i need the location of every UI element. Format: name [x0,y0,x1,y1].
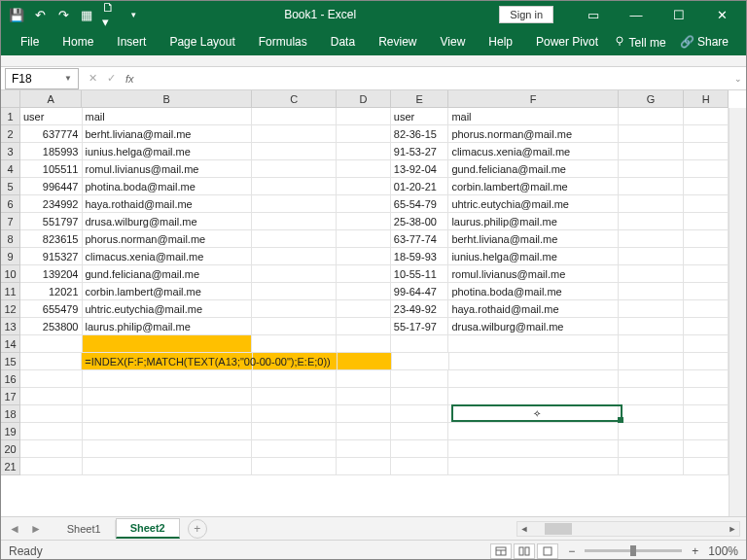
cell[interactable] [619,248,684,265]
cell[interactable]: uhtric.eutychia@mail.me [448,195,619,213]
tab-power-pivot[interactable]: Power Pivot [524,28,610,55]
sheet-tab-2[interactable]: Sheet2 [116,518,180,539]
zoom-in-button[interactable]: + [692,544,698,558]
cell[interactable]: user [20,108,83,125]
cell[interactable] [252,405,337,423]
cell[interactable]: 655479 [20,300,83,318]
cell[interactable] [252,300,337,318]
col-header-C[interactable]: C [252,90,337,108]
cell[interactable] [337,195,391,213]
cell[interactable] [684,125,729,143]
cell[interactable] [684,178,729,195]
cell[interactable] [337,143,391,160]
cell[interactable]: =INDEX(F:F;MATCH(TEXT(A13;"00-00-00");E:… [82,353,253,370]
qat-icon-2[interactable]: 🗋▾ [102,7,118,22]
cell[interactable] [337,160,391,178]
cell[interactable] [684,440,729,458]
cell[interactable]: 234992 [20,195,83,213]
name-box[interactable]: F18 ▼ [5,68,79,89]
sign-in-button[interactable]: Sign in [499,6,553,23]
enter-formula-icon[interactable]: ✓ [107,72,116,85]
cell[interactable] [20,335,83,353]
save-icon[interactable]: 💾 [9,7,24,22]
cell[interactable] [684,265,729,283]
fx-icon[interactable]: fx [125,73,134,85]
column-headers[interactable]: ABCDEFGH [20,90,729,108]
cell[interactable] [252,125,337,143]
page-break-view-icon[interactable] [537,543,558,559]
cell[interactable] [337,405,391,423]
cell[interactable] [83,405,253,423]
cell[interactable]: uhtric.eutychia@mail.me [83,300,253,318]
cell[interactable] [391,423,449,440]
cell[interactable]: 82-36-15 [391,125,449,143]
cell[interactable]: 996447 [20,178,83,195]
cell[interactable] [619,160,684,178]
row-header[interactable]: 10 [1,265,20,283]
cell[interactable] [252,388,337,405]
cell[interactable]: 91-53-27 [391,143,449,160]
cell[interactable] [684,423,729,440]
tab-file[interactable]: File [9,28,51,55]
cell[interactable] [337,458,391,475]
cell[interactable] [619,143,684,160]
cell[interactable] [684,195,729,213]
cell[interactable] [337,335,391,353]
cell[interactable] [449,353,619,370]
row-headers[interactable]: 123456789101112131415161718192021 [1,108,20,475]
cell[interactable] [684,300,729,318]
cell[interactable] [252,195,337,213]
cell[interactable] [337,388,391,405]
cell[interactable]: photina.boda@mail.me [448,283,619,300]
cell[interactable] [83,458,253,475]
cell[interactable] [448,335,619,353]
cell[interactable] [391,370,449,388]
cell[interactable] [83,423,253,440]
cell[interactable] [391,405,449,423]
cell[interactable] [684,458,729,475]
cell[interactable] [252,458,337,475]
row-header[interactable]: 1 [1,108,20,125]
cell[interactable] [337,423,391,440]
cell[interactable]: climacus.xenia@mail.me [83,248,253,265]
cell[interactable] [619,335,684,353]
cell[interactable] [337,108,391,125]
normal-view-icon[interactable] [490,543,512,559]
col-header-B[interactable]: B [82,90,252,108]
cell[interactable] [391,440,449,458]
cell[interactable]: 99-64-47 [391,283,449,300]
cell[interactable] [619,213,684,230]
cancel-formula-icon[interactable]: ✕ [89,72,97,85]
cell[interactable] [20,440,83,458]
cell[interactable]: 18-59-93 [391,248,449,265]
cell[interactable] [684,405,729,423]
cell[interactable] [252,283,337,300]
cell[interactable] [619,388,684,405]
tab-formulas[interactable]: Formulas [247,28,319,55]
tab-page-layout[interactable]: Page Layout [158,28,246,55]
tab-home[interactable]: Home [51,28,105,55]
worksheet-grid[interactable]: ABCDEFGH 1234567891011121314151617181920… [1,90,746,516]
col-header-D[interactable]: D [337,90,391,108]
cell[interactable] [337,370,391,388]
row-header[interactable]: 4 [1,160,20,178]
cell[interactable] [619,458,684,475]
cell[interactable] [391,458,449,475]
cell[interactable] [20,388,83,405]
tab-insert[interactable]: Insert [105,28,158,55]
cell[interactable] [619,283,684,300]
cell[interactable] [619,318,684,335]
cell[interactable] [448,440,619,458]
row-header[interactable]: 3 [1,143,20,160]
cell[interactable] [252,108,337,125]
cell[interactable]: 12021 [20,283,83,300]
add-sheet-button[interactable]: + [188,519,207,539]
cell[interactable] [684,353,729,370]
cell[interactable]: corbin.lambert@mail.me [83,283,253,300]
cell[interactable]: iunius.helga@mail.me [83,143,253,160]
cell[interactable] [619,370,684,388]
cell[interactable] [619,300,684,318]
row-header[interactable]: 6 [1,195,20,213]
cell[interactable]: gund.feliciana@mail.me [448,160,619,178]
sheet-nav-arrows[interactable]: ◄► [7,522,44,536]
